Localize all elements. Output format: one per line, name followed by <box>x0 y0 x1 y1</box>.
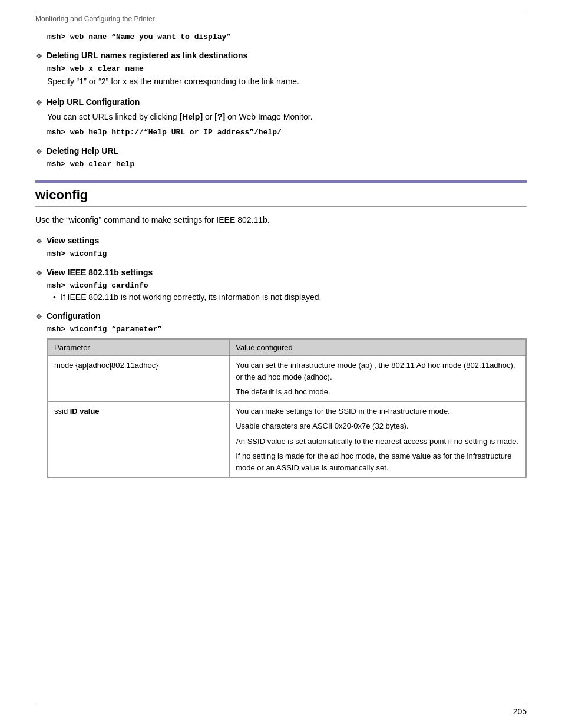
table-cell-param-1: mode {ap|adhoc|802.11adhoc} <box>48 356 230 402</box>
view-ieee-heading: ❖ View IEEE 802.11b settings <box>35 268 527 278</box>
table-header-value: Value configured <box>230 340 526 356</box>
deleting-url-heading: ❖ Deleting URL names registered as link … <box>35 51 527 61</box>
config-table: Parameter Value configured mode {ap|adho… <box>47 338 527 478</box>
deleting-help-heading: ❖ Deleting Help URL <box>35 146 527 156</box>
ssid-param-normal: ssid <box>54 407 70 416</box>
deleting-url-code: msh> web x clear name <box>47 64 527 73</box>
help-url-desc: You can set URLs linked by clicking [Hel… <box>47 111 527 123</box>
help-url-or: or <box>203 112 214 121</box>
diamond-icon-5: ❖ <box>35 268 43 278</box>
help-url-heading: ❖ Help URL Configuration <box>35 97 527 107</box>
table-header-param: Parameter <box>48 340 230 356</box>
header-title: Monitoring and Configuring the Printer <box>35 12 527 23</box>
wiconfig-section: wiconfig Use the “wiconfig” command to m… <box>35 180 527 478</box>
view-ieee-label: View IEEE 802.11b settings <box>47 268 153 277</box>
page-number: 205 <box>513 707 527 716</box>
table-cell-value-2: You can make settings for the SSID in th… <box>230 401 526 477</box>
deleting-url-label: Deleting URL names registered as link de… <box>47 51 247 60</box>
web-name-section: msh> web name “Name you want to display” <box>35 32 527 41</box>
section-divider-bottom <box>35 206 527 207</box>
table-value-line-1: You can set the infrastructure mode (ap)… <box>236 360 520 383</box>
view-settings-code: msh> wiconfig <box>47 249 527 258</box>
help-url-bold1: [Help] <box>179 112 203 121</box>
help-url-desc-before: You can set URLs linked by clicking <box>47 112 179 121</box>
bottom-line <box>35 704 527 704</box>
view-ieee-code: msh> wiconfig cardinfo <box>47 281 527 290</box>
table-cell-value-1: You can set the infrastructure mode (ap)… <box>230 356 526 402</box>
table-cell-param-2: ssid ID value <box>48 401 230 477</box>
ssid-value-1: You can make settings for the SSID in th… <box>236 406 520 417</box>
view-ieee-bullet-text: If IEEE 802.11b is not working correctly… <box>61 292 322 302</box>
ssid-param-bold: ID value <box>70 407 100 416</box>
view-ieee-bullet: • If IEEE 802.11b is not working correct… <box>53 292 527 302</box>
configuration-heading: ❖ Configuration <box>35 311 527 321</box>
help-url-label: Help URL Configuration <box>47 97 140 107</box>
ssid-value-4: If no setting is made for the ad hoc mod… <box>236 450 520 473</box>
ssid-value-3: An SSID value is set automatically to th… <box>236 436 520 447</box>
bullet-dot: • <box>53 292 56 302</box>
table-row: ssid ID value You can make settings for … <box>48 401 526 477</box>
diamond-icon-1: ❖ <box>35 51 43 61</box>
header-section: Monitoring and Configuring the Printer <box>35 12 527 27</box>
section-title: wiconfig <box>35 187 527 203</box>
ssid-value-2: Usable characters are ASCII 0x20-0x7e (3… <box>236 420 520 432</box>
configuration-label: Configuration <box>47 311 101 321</box>
deleting-help-code: msh> web clear help <box>47 160 527 169</box>
help-url-code: msh> web help http://“Help URL or IP add… <box>47 128 527 137</box>
view-settings-heading: ❖ View settings <box>35 236 527 246</box>
deleting-url-desc: Specify “1” or “2” for x as the number c… <box>47 75 527 88</box>
diamond-icon-4: ❖ <box>35 236 43 246</box>
wiconfig-intro: Use the “wiconfig” command to make setti… <box>35 214 527 226</box>
diamond-icon-3: ❖ <box>35 147 43 156</box>
table-row: mode {ap|adhoc|802.11adhoc} You can set … <box>48 356 526 402</box>
diamond-icon-2: ❖ <box>35 98 43 107</box>
view-settings-label: View settings <box>47 236 99 245</box>
table-value-line-2: The default is ad hoc mode. <box>236 386 520 398</box>
page: Monitoring and Configuring the Printer m… <box>0 0 562 728</box>
diamond-icon-6: ❖ <box>35 312 43 321</box>
help-url-bold2: [?] <box>214 112 225 121</box>
help-url-desc-after: on Web Image Monitor. <box>225 112 312 121</box>
section-divider-top <box>35 180 527 183</box>
web-name-code: msh> web name “Name you want to display” <box>47 32 527 41</box>
deleting-help-label: Deleting Help URL <box>47 146 118 156</box>
configuration-code: msh> wiconfig “parameter” <box>47 325 527 334</box>
